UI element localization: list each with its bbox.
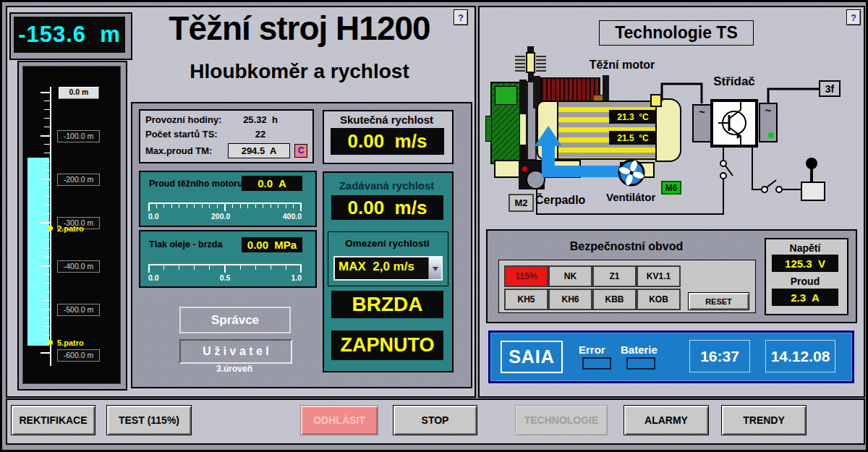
plc-error-label: Error [579,344,605,356]
tick-major [148,265,150,273]
safety-tile-kob: KOB [637,289,681,310]
floor-label-5: 5.patro [57,338,84,347]
motor-left-cap [537,101,558,160]
speed-limit-dropdown[interactable]: MAX 2,0 m/s [333,256,443,281]
logout-button[interactable]: ODHLÁSIT [300,405,378,435]
heat-exchanger-cap [527,46,534,53]
inverter-input-block: ~ [692,104,712,142]
tick-major [300,265,302,273]
stats-panel: Provozní hodiny: 25.32 h Počet startů TS… [139,109,314,163]
dropdown-arrow-button[interactable] [428,257,441,279]
page-subtitle: Hloubkoměr a rychlost [132,59,467,84]
floor-label-2: 2.patro [57,224,84,233]
reset-button[interactable]: RESET [688,292,749,310]
safety-tile-kh5: KH5 [504,289,548,310]
technologie-button[interactable]: TECHNOLOGIE [515,405,608,435]
status-led-green [768,132,774,138]
power-status: ZAPNUTO [331,331,443,360]
motor-right-cap [655,98,681,162]
trendy-button[interactable]: TRENDY [721,405,807,435]
alarmy-button[interactable]: ALARMY [624,405,709,435]
motor-current-value: 0.0 A [242,176,302,191]
stats-row: Max.proud TM: 294.5 A C [145,143,307,158]
tick-label: 400.0 [283,212,302,221]
cabinet-tab [485,116,492,142]
brake-pressure-value: 0.00 MPa [242,237,302,252]
support-insert [520,114,526,145]
stat-value: 25.32 h [229,114,292,125]
plc-error-indicator [582,357,611,370]
plc-battery-label: Baterie [621,344,658,356]
tick-label: 1.0 [291,273,302,282]
actual-speed-label: Skutečná rychlost [326,114,448,125]
rektifikace-button[interactable]: REKTIFIKACE [11,405,95,435]
clock-time: 16:37 [689,340,750,372]
lever-box [801,182,825,201]
current-label: Proud [767,276,843,287]
access-level-label: 3.úroveň [179,364,289,374]
set-speed-label: Zadávaná rychlost [326,179,448,191]
safety-tile-kv11: KV1.1 [637,265,681,287]
scale-label-600: -600.0 m [57,349,100,362]
admin-button[interactable]: Správce [179,307,291,333]
scale-label-400: -400.0 m [57,260,100,273]
pump-label: Čerpadlo [535,194,585,207]
brake-pressure-scale: 0.0 0.5 1.0 [148,273,302,282]
motor-current-label: Proud těžního motoru [149,179,243,189]
stat-label: Max.proud TM: [145,145,228,156]
stats-row: Počet startů TS: 22 [145,129,307,140]
tick-major [224,265,226,273]
safety-tile-kh6: KH6 [548,289,592,310]
page-title: Těžní stroj H1200 [132,6,467,51]
set-speed-value: 0.00 m/s [331,195,443,220]
base-platform [620,162,655,178]
stop-button[interactable]: STOP [393,405,477,435]
clear-max-button[interactable]: C [294,144,307,158]
scale-label-500: -500.0 m [57,304,100,316]
pump-wheel [526,170,545,189]
heat-exchanger-ribs [515,56,525,72]
pump-indicator-dot [522,166,527,171]
safety-tile-nk: NK [548,265,592,287]
help-button-left[interactable]: ? [454,9,468,25]
pump-tag: M2 [509,194,534,212]
fan-tag: M6 [661,181,681,195]
depth-value: -153.6 m [18,22,121,48]
scale-label-100: -100.0 m [57,130,100,142]
ac-symbol: ~ [699,106,705,118]
scale-label-200: -200.0 m [57,174,100,186]
phase-box: 3f [819,80,841,97]
safety-tile-115: 115% [504,265,548,287]
tick-major [300,204,302,211]
hmi-screen: -153.6 m 0.0 m -100.0 m -200.0 m -300.0 … [0,0,868,452]
speed-limit-value: MAX 2,0 m/s [335,257,428,279]
stats-row: Provozní hodiny: 25.32 h [145,114,307,125]
safety-tile-kbb: KBB [592,289,637,310]
inverter-label: Střídač [705,74,763,89]
voltage-value: 125.3 V [772,255,838,272]
help-button-right[interactable]: ? [846,9,861,25]
cabinet-door [495,86,517,105]
scale-major-ticks [41,92,50,357]
inverter-box [710,99,758,148]
safety-tile-z1: Z1 [592,265,637,287]
brake-pressure-label: Tlak oleje - brzda [149,239,222,250]
chevron-down-icon [433,267,438,274]
stat-label: Počet startů TS: [145,129,229,140]
depth-display: -153.6 m [14,17,125,53]
tick-major [148,204,150,211]
floor-marker-dot [48,340,53,345]
user-button[interactable]: U ž i v a t e l [179,339,292,364]
stat-label: Provozní hodiny: [145,114,229,125]
tick-label: 0.0 [148,212,159,221]
tick-label: 0.5 [220,273,231,282]
speed-limit-label: Omezení rychlosti [331,238,444,249]
heat-exchanger-ribs [536,56,546,72]
plc-logo: SAIA [501,341,563,373]
stat-value: 22 [229,129,292,140]
max-current-box: 294.5 A [228,143,290,158]
current-value: 2.3 A [772,289,838,306]
motor-temp-2: 21.5 °C [609,131,657,145]
test-button[interactable]: TEST (115%) [106,405,192,435]
tick-label: 0.0 [148,273,159,282]
